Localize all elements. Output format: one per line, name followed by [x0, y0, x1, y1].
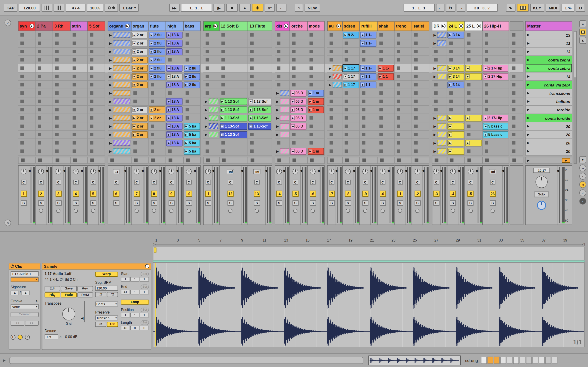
solo-button[interactable]: S: [489, 200, 495, 206]
clip-launch-icon[interactable]: ▶: [448, 141, 452, 145]
clip-slot[interactable]: [36, 122, 53, 131]
scene-launch-icon[interactable]: ▶: [527, 50, 529, 53]
clip-stop-button[interactable]: [330, 141, 333, 144]
group-launch-icon[interactable]: ▶: [329, 75, 331, 78]
track-stop-all-slot[interactable]: [483, 157, 509, 164]
clip-slot[interactable]: ▶: [327, 73, 342, 81]
clip-launch-icon[interactable]: ▶: [220, 116, 224, 120]
clip-stop-button[interactable]: [250, 150, 254, 153]
scene-launch-icon[interactable]: ▶: [527, 125, 529, 128]
arm-button[interactable]: [228, 209, 233, 213]
clip-slot[interactable]: ■2 or: [131, 73, 149, 81]
clip-launch-icon[interactable]: ▶: [132, 133, 136, 137]
solo-button[interactable]: S: [186, 200, 192, 206]
volume-fader[interactable]: ◀: [81, 166, 85, 225]
show-mixer-toggle[interactable]: m: [579, 181, 586, 188]
clip-stop-button[interactable]: [90, 141, 94, 144]
clip-launch-icon[interactable]: ▶: [184, 141, 188, 145]
clip-slot[interactable]: ▶: [432, 139, 447, 147]
clip-stop-button[interactable]: [362, 150, 365, 153]
clip-slot[interactable]: [377, 139, 395, 147]
clip-slot[interactable]: [327, 131, 342, 139]
solo-button[interactable]: S: [21, 200, 27, 206]
back-to-arrangement-button[interactable]: ▶: [562, 158, 570, 163]
track-activator-button[interactable]: .1: [205, 191, 211, 197]
volume-fader[interactable]: ◀: [142, 166, 145, 225]
clip-slot[interactable]: ▶: [203, 97, 219, 106]
clip-slot[interactable]: ▶: [432, 114, 447, 122]
clip-stop-button[interactable]: [221, 33, 225, 37]
clip-stop-button[interactable]: [38, 67, 41, 70]
clip-launch-icon[interactable]: ▶: [309, 99, 312, 103]
clip-stop-icon[interactable]: ■: [184, 66, 188, 70]
clip-slot[interactable]: [510, 114, 523, 122]
clip-slot[interactable]: [203, 64, 219, 73]
clip-slot[interactable]: ■2 or: [131, 48, 149, 56]
track-activator-button[interactable]: .0: [380, 191, 386, 197]
clip-launch-icon[interactable]: ▶: [150, 108, 153, 112]
clip-stop-button[interactable]: [186, 100, 189, 103]
clip-slot[interactable]: [53, 106, 70, 114]
group-slot[interactable]: ▶: [432, 40, 446, 47]
group-slot[interactable]: ▶: [275, 98, 289, 105]
clip-stop-button[interactable]: [380, 108, 383, 111]
clip[interactable]: ▶2 flu: [149, 40, 165, 47]
clip[interactable]: ▶18 A: [166, 106, 183, 113]
clip-launch-icon[interactable]: ▶: [150, 33, 153, 37]
clip-stop-button[interactable]: [186, 91, 189, 95]
track-activator-button[interactable]: 7: [134, 191, 140, 197]
group-slot[interactable]: ▶: [432, 73, 446, 80]
clip-stop-button[interactable]: [330, 116, 333, 120]
clip-slot[interactable]: ▶18 A: [166, 39, 183, 48]
clip-slot[interactable]: [275, 56, 290, 64]
group-slot[interactable]: ▶: [108, 40, 130, 47]
mini-clip-tile[interactable]: [539, 357, 544, 364]
arm-button[interactable]: [293, 209, 297, 213]
clip[interactable]: ▶2 or: [149, 115, 165, 121]
scene-launch-icon[interactable]: ▶: [527, 141, 529, 144]
clip-slot[interactable]: [327, 106, 342, 114]
group-slot[interactable]: ▶: [328, 81, 342, 88]
clip-slot[interactable]: [18, 73, 36, 81]
clip-stop-button[interactable]: [168, 150, 172, 153]
clip-stop-button[interactable]: [221, 67, 225, 70]
stop-all-track-clips-button[interactable]: [485, 158, 489, 162]
clip-stop-button[interactable]: [414, 108, 418, 111]
clip-slot[interactable]: ▶: [108, 81, 131, 89]
clip-slot[interactable]: ■1 13-Sof: [248, 97, 272, 106]
clip-slot[interactable]: [18, 81, 36, 89]
clip-slot[interactable]: ▶1 13-Sof: [248, 114, 272, 122]
group-launch-icon[interactable]: ▶: [433, 116, 436, 120]
arm-button[interactable]: [74, 209, 78, 213]
clip-slot[interactable]: ▶18 A: [166, 97, 183, 106]
track-activator-button[interactable]: .6: [310, 191, 316, 197]
clip[interactable]: ▶: [465, 115, 482, 121]
clip[interactable]: ▶2 flu: [149, 73, 165, 80]
group-launch-icon[interactable]: ▶: [205, 133, 208, 136]
volume-fader[interactable]: ◀: [318, 166, 321, 225]
clip-slot[interactable]: [275, 81, 290, 89]
clip-launch-icon[interactable]: ▶: [291, 124, 295, 128]
clip-launch-icon[interactable]: ▶: [220, 133, 224, 137]
clip-slot[interactable]: [360, 97, 377, 106]
clip-stop-button[interactable]: [380, 133, 383, 136]
arm-button[interactable]: [311, 209, 315, 213]
clip-stop-button[interactable]: [38, 42, 41, 45]
stop-all-track-clips-button[interactable]: [251, 158, 254, 162]
clip-slot[interactable]: [70, 31, 88, 39]
clip-stop-button[interactable]: [380, 42, 383, 45]
clip-slot[interactable]: [412, 89, 429, 97]
draw-mode-button[interactable]: ○: [295, 4, 303, 12]
clip-stop-button[interactable]: [397, 33, 400, 37]
track-volume-display[interactable]: -Inf: [489, 169, 496, 174]
scene-launch-icon[interactable]: ▶: [527, 58, 529, 61]
clip-slot[interactable]: ▶1 m: [307, 97, 325, 106]
clip-stop-button[interactable]: [345, 58, 348, 61]
clip-slot[interactable]: [342, 48, 360, 56]
clip[interactable]: ▶18 A: [166, 48, 183, 55]
track-header-high[interactable]: high: [166, 21, 183, 31]
scene-9[interactable]: ▶balloon: [525, 97, 572, 106]
group-launch-icon[interactable]: ▶: [205, 100, 208, 103]
clip-stop-button[interactable]: [206, 150, 209, 153]
clip-slot[interactable]: ▶1 13-Sof: [219, 114, 248, 122]
